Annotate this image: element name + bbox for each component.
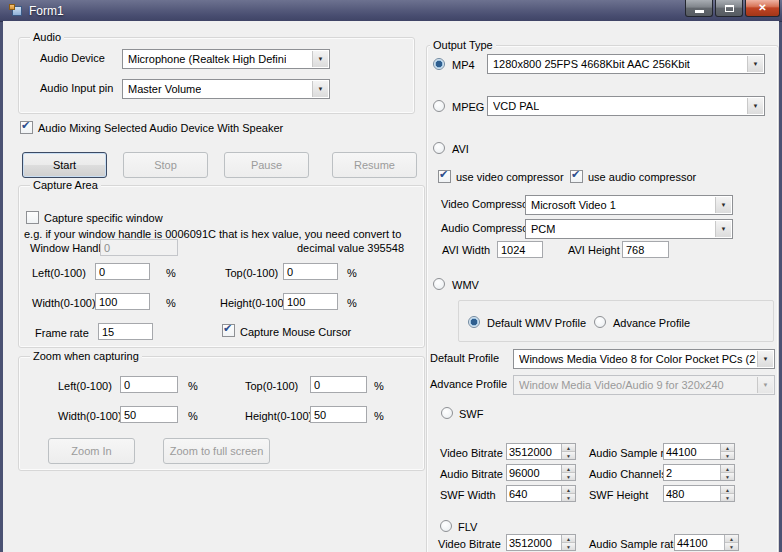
close-button[interactable]: ✕ — [745, 0, 780, 17]
pause-button[interactable]: Pause — [224, 152, 309, 178]
avi-width-label: AVI Width — [442, 244, 490, 256]
default-profile-combo[interactable]: Windows Media Video 8 for Color Pocket P… — [513, 349, 775, 369]
audio-input-pin-combo[interactable]: Master Volume ▼ — [122, 79, 330, 99]
spinner-down-icon[interactable]: ▼ — [562, 542, 575, 550]
spinner-down-icon[interactable]: ▼ — [721, 451, 734, 459]
zoom-full-screen-button[interactable]: Zoom to full screen — [163, 438, 270, 464]
default-profile-value: Windows Media Video 8 for Color Pocket P… — [519, 353, 756, 365]
capture-area-group-label: Capture Area — [30, 179, 101, 191]
audio-compressor-value: PCM — [531, 223, 555, 235]
zoom-top-input[interactable] — [310, 376, 367, 393]
spinner-up-icon[interactable]: ▲ — [562, 535, 575, 542]
capture-width-input[interactable] — [95, 293, 150, 310]
mp4-profile-combo[interactable]: 1280x800 25FPS 4668Kbit AAC 256Kbit ▼ — [487, 54, 765, 74]
audio-bitrate-input[interactable] — [507, 465, 561, 480]
swf-height-input[interactable] — [664, 486, 720, 501]
video-compressor-combo[interactable]: Microsoft Video 1 ▼ — [525, 195, 733, 215]
swf-radio[interactable] — [441, 407, 453, 419]
mpeg-profile-combo[interactable]: VCD PAL ▼ — [487, 96, 765, 116]
wmv-radio[interactable] — [433, 278, 445, 290]
flv-radio-label: FLV — [458, 521, 477, 533]
audio-group-label: Audio — [30, 31, 64, 43]
avi-height-input[interactable] — [622, 241, 669, 258]
avi-radio[interactable] — [433, 142, 445, 154]
use-audio-compressor-checkbox[interactable]: ✔ — [570, 170, 583, 183]
audio-sample-rate-stepper: ▲▼ — [663, 443, 735, 460]
flv-video-bitrate-input[interactable] — [507, 535, 561, 550]
spinner-up-icon[interactable]: ▲ — [562, 486, 575, 493]
maximize-button[interactable] — [715, 0, 743, 17]
capture-mouse-cursor-label: Capture Mouse Cursor — [240, 326, 351, 338]
flv-audio-sample-rate-input[interactable] — [675, 535, 724, 550]
capture-left-input[interactable] — [95, 263, 150, 280]
frame-rate-input[interactable] — [98, 323, 153, 340]
mpeg-radio[interactable] — [433, 100, 445, 112]
use-video-compressor-checkbox[interactable]: ✔ — [438, 170, 451, 183]
start-button[interactable]: Start — [22, 152, 107, 178]
spinner-up-icon[interactable]: ▲ — [721, 486, 734, 493]
spinner-up-icon[interactable]: ▲ — [721, 444, 734, 451]
zoom-left-label: Left(0-100) — [58, 380, 112, 392]
audio-bitrate-stepper: ▲▼ — [506, 464, 576, 481]
video-bitrate-input[interactable] — [507, 444, 561, 459]
flv-video-bitrate-label: Video Bitrate — [438, 538, 501, 550]
swf-width-input[interactable] — [507, 486, 561, 501]
spinner-up-icon[interactable]: ▲ — [725, 535, 738, 542]
audio-sample-rate-input[interactable] — [664, 444, 720, 459]
audio-device-combo[interactable]: Microphone (Realtek High Defini ▼ — [122, 49, 330, 69]
advance-profile-combo[interactable]: Window Media Video/Audio 9 for 320x240 ▼ — [513, 375, 775, 395]
spinner-up-icon[interactable]: ▲ — [562, 465, 575, 472]
spinner-down-icon[interactable]: ▼ — [721, 472, 734, 480]
zoom-height-input[interactable] — [310, 406, 367, 423]
zoom-in-button[interactable]: Zoom In — [48, 438, 135, 464]
audio-mixing-checkbox[interactable]: ✔ — [20, 121, 33, 134]
video-compressor-value: Microsoft Video 1 — [531, 199, 616, 211]
mp4-profile-value: 1280x800 25FPS 4668Kbit AAC 256Kbit — [493, 58, 690, 70]
capture-top-input[interactable] — [283, 263, 338, 280]
audio-mixing-label: Audio Mixing Selected Audio Device With … — [38, 122, 283, 134]
minimize-button[interactable] — [685, 0, 713, 17]
chevron-down-icon: ▼ — [715, 221, 731, 237]
zoom-left-input[interactable] — [120, 376, 178, 393]
frame-rate-label: Frame rate — [35, 327, 89, 339]
swf-width-label: SWF Width — [440, 489, 496, 501]
spinner-up-icon[interactable]: ▲ — [721, 465, 734, 472]
chevron-down-icon: ▼ — [747, 56, 763, 72]
zoom-top-label: Top(0-100) — [245, 380, 298, 392]
capture-specific-window-checkbox[interactable]: ✔ — [26, 211, 39, 224]
swf-height-label: SWF Height — [589, 489, 648, 501]
default-wmv-profile-label: Default WMV Profile — [487, 317, 586, 329]
wmv-radio-label: WMV — [452, 279, 479, 291]
capture-height-input[interactable] — [283, 293, 338, 310]
avi-width-input[interactable] — [497, 241, 543, 258]
spinner-down-icon[interactable]: ▼ — [721, 493, 734, 501]
spinner-down-icon[interactable]: ▼ — [562, 451, 575, 459]
swf-height-stepper: ▲▼ — [663, 485, 735, 502]
zoom-width-input[interactable] — [120, 406, 178, 423]
capture-width-label: Width(0-100) — [32, 297, 96, 309]
output-type-group-label: Output Type — [430, 39, 496, 51]
chevron-down-icon: ▼ — [312, 51, 328, 67]
spinner-up-icon[interactable]: ▲ — [562, 444, 575, 451]
zoom-height-label: Height(0-100) — [245, 410, 312, 422]
mp4-radio[interactable] — [433, 58, 445, 70]
flv-radio[interactable] — [440, 520, 452, 532]
default-wmv-profile-radio[interactable] — [468, 316, 480, 328]
window-handle-input[interactable] — [100, 239, 178, 256]
zoom-group-label: Zoom when capturing — [30, 350, 142, 362]
capture-left-label: Left(0-100) — [32, 267, 86, 279]
audio-channels-input[interactable] — [664, 465, 720, 480]
flv-video-bitrate-stepper: ▲▼ — [506, 534, 576, 551]
spinner-down-icon[interactable]: ▼ — [562, 493, 575, 501]
advance-profile-radio[interactable] — [594, 316, 606, 328]
percent-sign: % — [188, 380, 198, 392]
spinner-down-icon[interactable]: ▼ — [562, 472, 575, 480]
titlebar[interactable]: Form1 ✕ — [0, 0, 782, 22]
avi-height-label: AVI Height — [568, 244, 620, 256]
audio-compressor-combo[interactable]: PCM ▼ — [525, 219, 733, 239]
resume-button[interactable]: Resume — [332, 152, 417, 178]
stop-button[interactable]: Stop — [123, 152, 208, 178]
spinner-down-icon[interactable]: ▼ — [725, 542, 738, 550]
audio-input-pin-value: Master Volume — [128, 83, 201, 95]
capture-mouse-cursor-checkbox[interactable]: ✔ — [222, 324, 235, 337]
